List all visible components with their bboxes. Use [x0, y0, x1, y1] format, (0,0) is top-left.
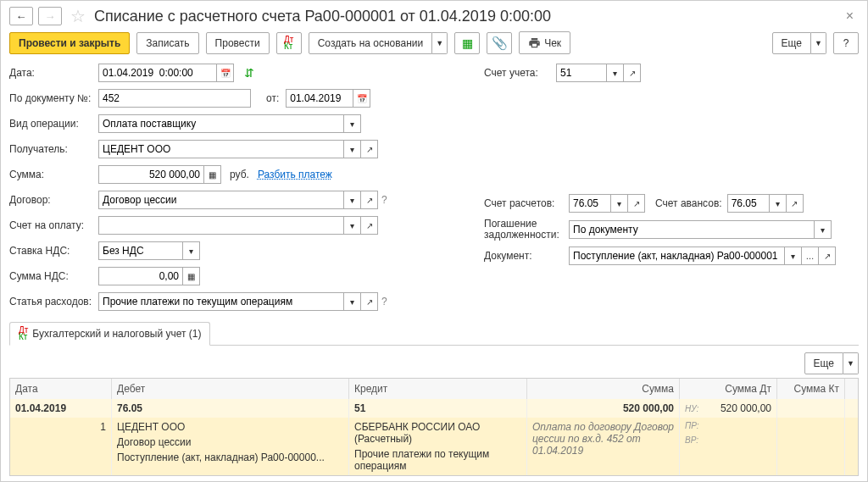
vatsum-input[interactable] [98, 267, 183, 285]
chevron-down-icon[interactable]: ▾ [770, 194, 787, 213]
chevron-down-icon[interactable]: ▾ [344, 216, 361, 235]
sum-input[interactable] [98, 165, 204, 184]
ot-label: от: [266, 92, 279, 104]
help-icon[interactable]: ? [381, 296, 387, 307]
col-credit[interactable]: Кредит [349, 379, 527, 399]
help-icon[interactable]: ? [381, 194, 387, 206]
document-input[interactable] [569, 247, 785, 265]
chevron-down-icon[interactable]: ▾ [611, 194, 628, 213]
dtkt-icon: ДтКт [19, 327, 28, 341]
grid-more-button[interactable]: Еще ▼ [804, 352, 859, 374]
debt-label: Погашение задолженности: [484, 219, 569, 241]
document-label: Документ: [484, 250, 569, 262]
col-date[interactable]: Дата [10, 379, 112, 399]
calendar-icon[interactable]: 📅 [217, 64, 234, 82]
table-row[interactable]: 01.04.2019 76.05 51 520 000,00 НУ:520 00… [10, 399, 858, 418]
tab-accounting[interactable]: ДтКт Бухгалтерский и налоговый учет (1) [9, 322, 210, 346]
save-button[interactable]: Записать [136, 32, 198, 54]
contract-label: Договор: [9, 194, 98, 206]
date-label: Дата: [9, 67, 98, 79]
invoice-label: Счет на оплату: [9, 219, 98, 231]
chevron-down-icon[interactable]: ▾ [344, 292, 361, 311]
window-title: Списание с расчетного счета Ра00-000001 … [94, 8, 836, 25]
invoice-input[interactable] [98, 216, 344, 235]
chevron-down-icon[interactable]: ▼ [811, 32, 826, 54]
more-button[interactable]: Еще ▼ [772, 32, 826, 54]
printer-icon [528, 36, 541, 49]
help-button[interactable]: ? [833, 32, 859, 54]
calendar-icon[interactable]: 📅 [353, 89, 370, 108]
chevron-down-icon[interactable]: ▾ [344, 191, 361, 209]
cheque-button[interactable]: Чек [519, 31, 570, 54]
operation-label: Вид операции: [9, 118, 98, 130]
calc-icon[interactable]: ▦ [204, 165, 221, 184]
recipient-label: Получатель: [9, 143, 98, 155]
post-button[interactable]: Провести [206, 32, 270, 54]
expense-label: Статья расходов: [9, 296, 98, 307]
date-input[interactable] [98, 64, 217, 82]
debt-input[interactable] [569, 220, 815, 239]
vatsum-label: Сумма НДС: [9, 270, 98, 282]
col-sum[interactable]: Сумма [527, 379, 680, 399]
contract-input[interactable] [98, 191, 344, 209]
chevron-down-icon[interactable]: ▾ [785, 247, 802, 265]
chevron-down-icon[interactable]: ▾ [607, 64, 624, 82]
chevron-down-icon[interactable]: ▾ [344, 114, 361, 133]
calc-account-label: Счет расчетов: [484, 197, 569, 209]
dtkt-movements-button[interactable]: ДтКт [276, 32, 302, 54]
docdate-input[interactable] [286, 89, 353, 108]
chevron-down-icon[interactable]: ▾ [815, 220, 832, 239]
chevron-down-icon[interactable]: ▾ [344, 140, 361, 158]
vat-input[interactable] [98, 241, 183, 260]
chevron-down-icon[interactable]: ▾ [183, 241, 200, 260]
close-icon[interactable]: × [841, 7, 859, 25]
open-icon[interactable]: ↗ [624, 64, 641, 82]
adv-account-input[interactable] [727, 194, 770, 213]
back-button[interactable]: ← [9, 7, 33, 25]
sum-label: Сумма: [9, 169, 98, 180]
forward-button[interactable]: → [38, 7, 62, 25]
open-icon[interactable]: ↗ [361, 216, 378, 235]
chevron-down-icon[interactable]: ▼ [432, 32, 448, 54]
expense-input[interactable] [98, 292, 344, 311]
docnum-label: По документу №: [9, 92, 98, 104]
open-icon[interactable]: ↗ [361, 140, 378, 158]
split-payment-link[interactable]: Разбить платеж [258, 169, 332, 180]
structure-button[interactable]: ▦ [454, 32, 480, 54]
col-sumkt[interactable]: Сумма Кт [777, 379, 845, 399]
reorder-icon[interactable]: ⇵ [244, 66, 254, 80]
calc-account-input[interactable] [569, 194, 611, 213]
post-and-close-button[interactable]: Провести и закрыть [9, 32, 130, 54]
docnum-input[interactable] [98, 89, 251, 108]
open-icon[interactable]: ↗ [787, 194, 804, 213]
open-icon[interactable]: ↗ [628, 194, 645, 213]
vat-label: Ставка НДС: [9, 245, 98, 257]
open-icon[interactable]: ↗ [361, 292, 378, 311]
accounting-grid: Дата Дебет Кредит Сумма Сумма Дт Сумма К… [9, 378, 859, 476]
operation-input[interactable] [98, 114, 344, 133]
ellipsis-icon[interactable]: … [802, 247, 819, 265]
attach-button[interactable]: 📎 [487, 32, 512, 54]
open-icon[interactable]: ↗ [361, 191, 378, 209]
currency-label: руб. [230, 169, 249, 180]
calc-icon[interactable]: ▦ [183, 267, 200, 285]
recipient-input[interactable] [98, 140, 344, 158]
star-icon[interactable]: ☆ [70, 6, 86, 26]
open-icon[interactable]: ↗ [819, 247, 836, 265]
adv-account-label: Счет авансов: [655, 197, 722, 209]
col-debit[interactable]: Дебет [112, 379, 349, 399]
account-input[interactable] [556, 64, 607, 82]
chevron-down-icon[interactable]: ▼ [843, 352, 859, 374]
table-row[interactable]: 1 ЦЕДЕНТ ООО Договор цессии Поступление … [10, 418, 858, 475]
create-based-button[interactable]: Создать на основании ▼ [309, 32, 448, 54]
account-label: Счет учета: [484, 67, 556, 79]
col-sumdt[interactable]: Сумма Дт [680, 379, 777, 399]
